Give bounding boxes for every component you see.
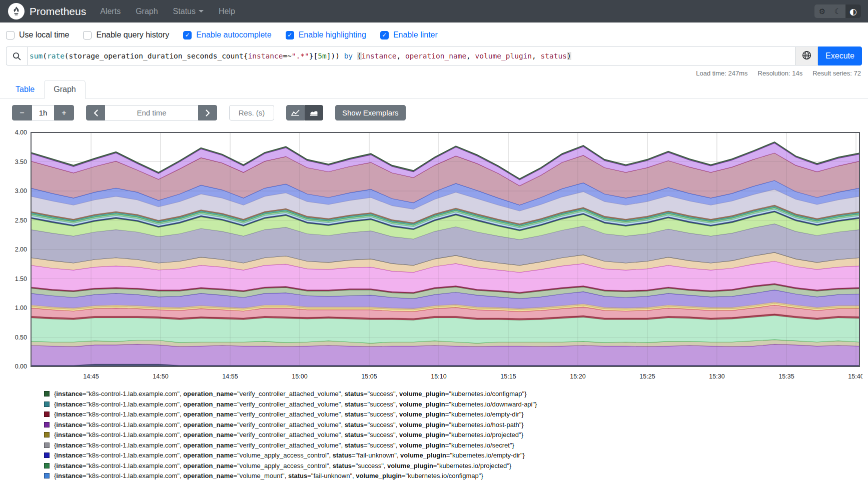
query-token: sum — [30, 52, 43, 60]
settings-icon[interactable]: ⚙ — [814, 4, 830, 18]
legend-row[interactable]: {instance="k8s-control-1.lab.example.com… — [44, 472, 868, 479]
time-navigation — [86, 105, 217, 120]
legend-swatch-icon — [44, 452, 50, 458]
nav-item-status[interactable]: Status — [173, 7, 204, 16]
chevron-left-icon — [94, 110, 98, 116]
nav-item-help[interactable]: Help — [219, 7, 235, 16]
query-token: ])) — [327, 52, 340, 60]
query-token: } — [309, 52, 314, 60]
tab-graph[interactable]: Graph — [44, 80, 85, 99]
legend-row[interactable]: {instance="k8s-control-1.lab.example.com… — [44, 442, 868, 448]
checkbox-checked-icon[interactable]: ✓ — [380, 31, 389, 40]
query-token: status — [541, 52, 567, 60]
svg-text:15:35: 15:35 — [778, 373, 794, 380]
query-token: volume_plugin — [475, 52, 532, 60]
resolution-input[interactable] — [229, 105, 274, 120]
query-token: , — [532, 52, 540, 60]
legend-swatch-icon — [44, 463, 50, 468]
line-chart-button[interactable] — [286, 105, 305, 120]
range-input[interactable] — [32, 105, 54, 120]
query-token: instance — [362, 52, 397, 60]
time-forward-button[interactable] — [198, 105, 217, 120]
query-expression-input[interactable]: sum(rate(storage_operation_duration_seco… — [27, 46, 795, 66]
graph-canvas[interactable]: 0.000.501.001.502.002.503.003.504.0014:4… — [6, 128, 862, 382]
query-token: rate — [47, 52, 65, 60]
nav-menu: AlertsGraphStatusHelp — [100, 7, 235, 16]
svg-text:15:30: 15:30 — [709, 373, 724, 380]
svg-text:15:25: 15:25 — [639, 373, 655, 380]
checkbox-checked-icon[interactable]: ✓ — [286, 31, 294, 40]
legend-swatch-icon — [44, 412, 50, 417]
legend-row[interactable]: {instance="k8s-control-1.lab.example.com… — [44, 422, 868, 428]
legend-row[interactable]: {instance="k8s-control-1.lab.example.com… — [44, 432, 868, 438]
option-enable-highlighting[interactable]: ✓Enable highlighting — [286, 30, 366, 40]
range-increase-button[interactable]: + — [54, 105, 74, 120]
svg-text:4.00: 4.00 — [15, 129, 27, 136]
legend-label: {instance="k8s-control-1.lab.example.com… — [54, 422, 524, 428]
option-use-local-time[interactable]: Use local time — [6, 30, 69, 40]
options-row: Use local timeEnable query history✓Enabl… — [0, 22, 868, 46]
globe-icon — [802, 50, 811, 62]
legend-row[interactable]: {instance="k8s-control-1.lab.example.com… — [44, 452, 868, 458]
legend-swatch-icon — [44, 432, 50, 438]
end-time-input[interactable] — [105, 105, 198, 120]
query-token: ( — [65, 52, 69, 60]
svg-text:2.00: 2.00 — [15, 246, 27, 253]
svg-text:3.00: 3.00 — [15, 188, 27, 194]
legend-row[interactable]: {instance="k8s-control-1.lab.example.com… — [44, 390, 868, 397]
legend-row[interactable]: {instance="k8s-control-1.lab.example.com… — [44, 462, 868, 469]
nav-item-alerts[interactable]: Alerts — [100, 7, 121, 16]
series-legend: {instance="k8s-control-1.lab.example.com… — [44, 390, 868, 483]
svg-text:0.50: 0.50 — [15, 334, 27, 341]
stacked-chart-button[interactable] — [305, 105, 323, 120]
svg-text:14:50: 14:50 — [153, 373, 168, 380]
option-enable-query-history[interactable]: Enable query history — [83, 30, 169, 40]
chevron-right-icon — [206, 110, 210, 116]
query-token: , — [466, 52, 475, 60]
line-chart-icon — [291, 110, 300, 116]
query-token — [353, 52, 357, 60]
dark-mode-icon[interactable]: ☾ — [830, 4, 845, 18]
legend-label: {instance="k8s-control-1.lab.example.com… — [54, 472, 483, 479]
resolution: Resolution: 14s — [758, 70, 803, 77]
checkbox-checked-icon[interactable]: ✓ — [183, 31, 192, 40]
range-decrease-button[interactable]: − — [12, 105, 32, 120]
show-exemplars-button[interactable]: Show Exemplars — [335, 105, 406, 120]
svg-text:14:45: 14:45 — [83, 373, 99, 380]
legend-row[interactable]: {instance="k8s-control-1.lab.example.com… — [44, 401, 868, 408]
query-token: instance — [248, 52, 283, 60]
stacked-chart-icon — [310, 110, 318, 116]
svg-text:15:40: 15:40 — [848, 373, 862, 380]
checkbox-unchecked-icon[interactable] — [83, 31, 92, 40]
checkbox-unchecked-icon[interactable] — [6, 31, 15, 40]
query-bar: sum(rate(storage_operation_duration_seco… — [6, 46, 862, 66]
legend-row[interactable]: {instance="k8s-control-1.lab.example.com… — [44, 411, 868, 418]
time-back-button[interactable] — [86, 105, 105, 120]
legend-swatch-icon — [44, 391, 50, 396]
legend-swatch-icon — [44, 442, 50, 448]
legend-swatch-icon — [44, 422, 50, 428]
panel-tabs: Table Graph — [0, 80, 868, 99]
auto-contrast-icon[interactable]: ◐ — [845, 4, 861, 18]
legend-label: {instance="k8s-control-1.lab.example.com… — [54, 390, 526, 397]
execute-button[interactable]: Execute — [818, 46, 862, 66]
legend-label: {instance="k8s-control-1.lab.example.com… — [54, 462, 511, 469]
option-enable-linter[interactable]: ✓Enable linter — [380, 30, 438, 40]
prometheus-logo-icon — [8, 3, 25, 20]
query-token: storage_operation_duration_seconds_count — [69, 52, 244, 60]
svg-text:15:05: 15:05 — [361, 373, 377, 380]
nav-item-graph[interactable]: Graph — [136, 7, 158, 16]
metrics-explorer-button[interactable] — [795, 46, 818, 66]
svg-text:0.00: 0.00 — [15, 363, 27, 370]
query-token: by — [344, 52, 353, 60]
load-time: Load time: 247ms — [696, 70, 747, 77]
option-enable-autocomplete[interactable]: ✓Enable autocomplete — [183, 30, 271, 40]
query-token: , — [396, 52, 405, 60]
tab-table[interactable]: Table — [6, 80, 44, 99]
legend-label: {instance="k8s-control-1.lab.example.com… — [54, 452, 525, 458]
query-token — [340, 52, 344, 60]
legend-label: {instance="k8s-control-1.lab.example.com… — [54, 401, 537, 408]
range-stepper: − + — [12, 105, 74, 120]
brand-link[interactable]: Prometheus — [8, 3, 86, 20]
option-label: Enable autocomplete — [196, 30, 271, 40]
